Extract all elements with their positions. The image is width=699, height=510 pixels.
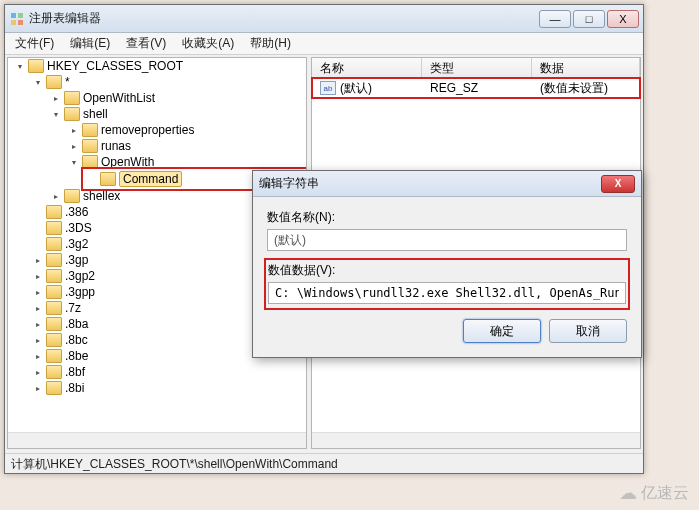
dialog-titlebar: 编辑字符串 X — [253, 171, 641, 197]
folder-icon — [64, 189, 80, 203]
string-value-icon: ab — [320, 81, 336, 95]
window-title: 注册表编辑器 — [29, 10, 537, 27]
tree-node-removeproperties[interactable]: ▸removeproperties — [66, 122, 306, 138]
svg-rect-0 — [11, 13, 16, 18]
edit-string-dialog: 编辑字符串 X 数值名称(N): 数值数据(V): 确定 取消 — [252, 170, 642, 358]
value-data-label: 数值数据(V): — [268, 262, 626, 279]
value-data: (数值未设置) — [532, 78, 640, 99]
folder-icon — [28, 59, 44, 73]
cancel-button[interactable]: 取消 — [549, 319, 627, 343]
tree-node-8bi[interactable]: ▸.8bi — [30, 380, 306, 396]
maximize-button[interactable]: □ — [573, 10, 605, 28]
folder-icon — [82, 139, 98, 153]
tree-selected-label: Command — [119, 171, 182, 187]
expander-icon[interactable]: ▾ — [68, 156, 80, 168]
value-row-default[interactable]: ab (默认) REG_SZ (数值未设置) — [312, 78, 640, 98]
expander-icon[interactable]: ▸ — [32, 270, 44, 282]
folder-icon — [64, 91, 80, 105]
folder-icon — [46, 253, 62, 267]
menu-favorites[interactable]: 收藏夹(A) — [174, 33, 242, 54]
expander-icon[interactable]: ▸ — [32, 350, 44, 362]
tree-node-openwith[interactable]: ▾OpenWith — [66, 154, 306, 170]
col-name[interactable]: 名称 — [312, 58, 422, 77]
expander-icon[interactable]: ▸ — [68, 124, 80, 136]
dialog-buttons: 确定 取消 — [267, 319, 627, 343]
expander-icon[interactable]: ▸ — [32, 366, 44, 378]
expander-icon[interactable]: ▸ — [50, 92, 62, 104]
folder-icon — [46, 285, 62, 299]
expander-icon[interactable]: ▸ — [32, 302, 44, 314]
expander-icon[interactable]: ▸ — [50, 190, 62, 202]
statusbar-path: 计算机\HKEY_CLASSES_ROOT\*\shell\OpenWith\C… — [11, 457, 338, 471]
expander-icon[interactable]: ▾ — [50, 108, 62, 120]
expander-spacer — [32, 222, 44, 234]
expander-spacer — [86, 173, 98, 185]
folder-icon — [46, 269, 62, 283]
folder-icon — [100, 172, 116, 186]
value-name: (默认) — [340, 80, 372, 97]
menubar: 文件(F) 编辑(E) 查看(V) 收藏夹(A) 帮助(H) — [5, 33, 643, 55]
svg-rect-1 — [18, 13, 23, 18]
tree-node-runas[interactable]: ▸runas — [66, 138, 306, 154]
value-type: REG_SZ — [422, 79, 532, 97]
expander-icon[interactable]: ▸ — [32, 382, 44, 394]
value-name-label: 数值名称(N): — [267, 209, 627, 226]
folder-icon — [46, 221, 62, 235]
expander-icon[interactable]: ▸ — [32, 334, 44, 346]
folder-icon — [46, 349, 62, 363]
window-buttons: — □ X — [537, 10, 639, 28]
app-icon — [9, 11, 25, 27]
tree-node-star[interactable]: ▾ * — [30, 74, 306, 90]
folder-icon — [46, 317, 62, 331]
tree-node-8bf[interactable]: ▸.8bf — [30, 364, 306, 380]
expander-spacer — [32, 238, 44, 250]
tree-node-shell[interactable]: ▾shell — [48, 106, 306, 122]
folder-icon — [82, 123, 98, 137]
expander-icon[interactable]: ▸ — [68, 140, 80, 152]
menu-file[interactable]: 文件(F) — [7, 33, 62, 54]
svg-rect-2 — [11, 20, 16, 25]
dialog-close-button[interactable]: X — [601, 175, 635, 193]
expander-icon[interactable]: ▾ — [32, 76, 44, 88]
folder-icon — [46, 301, 62, 315]
titlebar: 注册表编辑器 — □ X — [5, 5, 643, 33]
value-data-field[interactable] — [268, 282, 626, 304]
statusbar: 计算机\HKEY_CLASSES_ROOT\*\shell\OpenWith\C… — [5, 453, 643, 473]
tree-label: HKEY_CLASSES_ROOT — [47, 59, 183, 73]
expander-spacer — [32, 206, 44, 218]
folder-icon — [46, 333, 62, 347]
folder-icon — [46, 75, 62, 89]
tree-node-openwithlist[interactable]: ▸OpenWithList — [48, 90, 306, 106]
cloud-icon: ☁ — [619, 482, 637, 504]
expander-icon[interactable]: ▸ — [32, 318, 44, 330]
folder-icon — [46, 381, 62, 395]
tree-scrollbar[interactable] — [8, 432, 306, 448]
close-button[interactable]: X — [607, 10, 639, 28]
values-scrollbar[interactable] — [312, 432, 640, 448]
folder-icon — [46, 365, 62, 379]
folder-icon — [46, 205, 62, 219]
col-data[interactable]: 数据 — [532, 58, 640, 77]
ok-button[interactable]: 确定 — [463, 319, 541, 343]
menu-edit[interactable]: 编辑(E) — [62, 33, 118, 54]
folder-icon — [82, 155, 98, 169]
tree-root[interactable]: ▾ HKEY_CLASSES_ROOT — [12, 58, 306, 74]
watermark-text: 亿速云 — [641, 483, 689, 504]
values-header: 名称 类型 数据 — [312, 58, 640, 78]
expander-icon[interactable]: ▸ — [32, 286, 44, 298]
expander-icon[interactable]: ▸ — [32, 254, 44, 266]
dialog-body: 数值名称(N): 数值数据(V): 确定 取消 — [253, 197, 641, 357]
minimize-button[interactable]: — — [539, 10, 571, 28]
menu-help[interactable]: 帮助(H) — [242, 33, 299, 54]
expander-icon[interactable]: ▾ — [14, 60, 26, 72]
watermark: ☁ 亿速云 — [619, 482, 689, 504]
menu-view[interactable]: 查看(V) — [118, 33, 174, 54]
dialog-title: 编辑字符串 — [259, 175, 601, 192]
folder-icon — [46, 237, 62, 251]
svg-rect-3 — [18, 20, 23, 25]
col-type[interactable]: 类型 — [422, 58, 532, 77]
value-name-field[interactable] — [267, 229, 627, 251]
folder-icon — [64, 107, 80, 121]
